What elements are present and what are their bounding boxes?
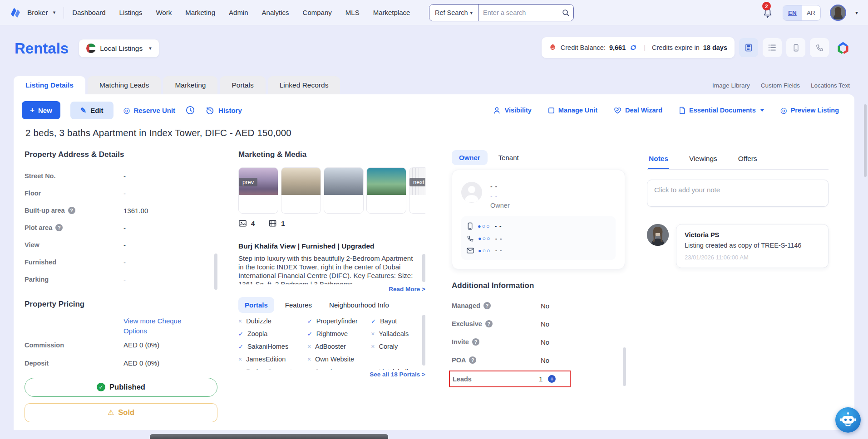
nav-item-mls[interactable]: MLS xyxy=(345,9,360,16)
tab-linked-records[interactable]: Linked Records xyxy=(268,76,340,94)
help-icon[interactable] xyxy=(68,207,75,214)
note-input[interactable]: Click to add your note xyxy=(647,180,829,207)
language-ar[interactable]: AR xyxy=(802,5,820,20)
visibility-button[interactable]: Visibility xyxy=(493,107,531,114)
image-library-link[interactable]: Image Library xyxy=(712,82,750,89)
broker-menu[interactable]: Broker xyxy=(27,9,55,17)
profile-caret-icon[interactable]: ▾ xyxy=(855,10,858,16)
credit-balance-bar: Credit Balance:9,661 | Credits expire in… xyxy=(542,37,735,58)
published-status-button[interactable]: Published xyxy=(25,378,217,397)
tab-viewings[interactable]: Viewings xyxy=(688,152,718,169)
list-view-button[interactable] xyxy=(763,38,782,57)
note-author-avatar xyxy=(647,224,669,246)
photo-thumbnail-2[interactable] xyxy=(281,167,321,214)
tab-listing-details[interactable]: Listing Details xyxy=(14,76,85,94)
tab-matching-leads[interactable]: Matching Leads xyxy=(88,76,161,94)
preview-listing-button[interactable]: Preview Listing xyxy=(780,106,839,115)
note-card: Victoria PS Listing created as copy of T… xyxy=(676,224,829,268)
nav-item-company[interactable]: Company xyxy=(303,9,332,16)
calculator-button[interactable] xyxy=(739,38,758,57)
help-icon[interactable] xyxy=(469,356,476,364)
sold-status-button[interactable]: Sold xyxy=(25,403,217,422)
nav-item-listings[interactable]: Listings xyxy=(119,9,143,16)
phone-button[interactable] xyxy=(810,38,829,57)
nav-item-work[interactable]: Work xyxy=(156,9,172,16)
manage-unit-button[interactable]: Manage Unit xyxy=(548,107,597,114)
language-en[interactable]: EN xyxy=(783,5,802,20)
tab-features[interactable]: Features xyxy=(279,297,318,313)
search-input[interactable] xyxy=(478,5,558,21)
photo-thumbnail-4[interactable] xyxy=(366,167,406,214)
tab-marketing[interactable]: Marketing xyxy=(163,76,217,94)
new-button[interactable]: New xyxy=(22,101,60,119)
notifications-button[interactable]: 2 xyxy=(762,7,774,19)
tab-portals-inner[interactable]: Portals xyxy=(238,297,274,313)
nav-item-analytics[interactable]: Analytics xyxy=(262,9,289,16)
tab-owner[interactable]: Owner xyxy=(452,150,488,165)
edit-button[interactable]: Edit xyxy=(70,102,113,119)
info-row-invite: InviteNo xyxy=(452,333,621,351)
refresh-icon[interactable] xyxy=(629,44,637,52)
video-count: 1 xyxy=(268,219,285,228)
notes-tabs: Notes Viewings Offers xyxy=(647,150,829,170)
photo-thumbnail-3[interactable] xyxy=(324,167,364,214)
tab-tenant[interactable]: Tenant xyxy=(491,150,526,165)
help-icon[interactable] xyxy=(485,320,493,327)
help-icon[interactable] xyxy=(472,338,479,346)
description-scrollbar[interactable] xyxy=(422,254,425,282)
content-columns: Property Address & Details Street No.- F… xyxy=(14,146,854,422)
global-search: Ref Search xyxy=(429,4,574,21)
add-lead-button[interactable] xyxy=(548,375,556,383)
page-scrollbar[interactable] xyxy=(864,104,867,177)
detail-row-furnished: Furnished- xyxy=(25,254,213,271)
nav-item-dashboard[interactable]: Dashboard xyxy=(72,9,105,16)
locations-text-link[interactable]: Locations Text xyxy=(811,82,850,89)
mobile-app-button[interactable] xyxy=(786,38,805,57)
square-icon xyxy=(548,107,555,114)
marketing-media-heading: Marketing & Media xyxy=(238,150,425,159)
tab-offers[interactable]: Offers xyxy=(737,152,758,169)
portals-scrollbar[interactable] xyxy=(422,315,425,366)
check-icon: ✓ xyxy=(307,331,312,337)
essential-documents-button[interactable]: Essential Documents xyxy=(679,107,764,114)
nav-item-admin[interactable]: Admin xyxy=(229,9,248,16)
detail-row-view: View- xyxy=(25,236,213,254)
details-scrollbar[interactable] xyxy=(214,254,217,290)
view-cheque-options-link[interactable]: View more Cheque Options xyxy=(123,316,201,336)
uae-flag-icon xyxy=(86,44,96,53)
help-icon[interactable] xyxy=(483,302,491,309)
portals-list: ×Dubizzle ✓Propertyfinder ✓Bayut ✓Zoopla… xyxy=(238,315,425,370)
owner-avatar xyxy=(461,182,482,203)
additional-scrollbar[interactable] xyxy=(623,347,626,386)
nav-item-marketplace[interactable]: Marketplace xyxy=(373,9,410,16)
tab-notes[interactable]: Notes xyxy=(648,152,669,169)
help-icon[interactable] xyxy=(55,224,63,231)
clock-icon[interactable] xyxy=(185,105,195,115)
search-button[interactable] xyxy=(558,5,573,21)
portal-item: ×Own Website xyxy=(307,356,371,363)
page-header: Rentals Local Listings Credit Balance:9,… xyxy=(0,25,868,73)
plus-icon xyxy=(30,106,35,115)
deal-wizard-button[interactable]: Deal Wizard xyxy=(614,107,662,114)
media-counts: 4 1 xyxy=(238,219,425,228)
tab-portals[interactable]: Portals xyxy=(220,76,265,94)
photo-thumbnail-5[interactable]: next xyxy=(409,167,425,214)
see-all-portals-link[interactable]: See all 18 Portals > xyxy=(238,371,425,378)
check-circle-icon xyxy=(97,383,105,391)
listing-title: 2 beds, 3 baths Apartment in Index Tower… xyxy=(14,124,854,146)
user-avatar[interactable] xyxy=(830,5,846,21)
carousel-prev-button[interactable]: prev xyxy=(239,178,257,186)
pencil-icon xyxy=(80,106,86,115)
reserve-unit-button[interactable]: Reserve Unit xyxy=(123,106,176,115)
cross-icon: × xyxy=(307,343,311,350)
photo-thumbnail-1[interactable]: prev xyxy=(238,167,278,214)
custom-fields-link[interactable]: Custom Fields xyxy=(761,82,800,89)
history-button[interactable]: History xyxy=(205,106,242,115)
listing-scope-dropdown[interactable]: Local Listings xyxy=(79,39,159,58)
nav-item-marketing[interactable]: Marketing xyxy=(185,9,215,16)
carousel-next-button[interactable]: next xyxy=(409,178,425,186)
read-more-link[interactable]: Read More > xyxy=(238,286,425,293)
chatbot-button[interactable] xyxy=(835,407,861,433)
search-category-dropdown[interactable]: Ref Search xyxy=(429,5,478,21)
tab-neighbourhood-info[interactable]: Neighbourhood Info xyxy=(323,297,395,313)
